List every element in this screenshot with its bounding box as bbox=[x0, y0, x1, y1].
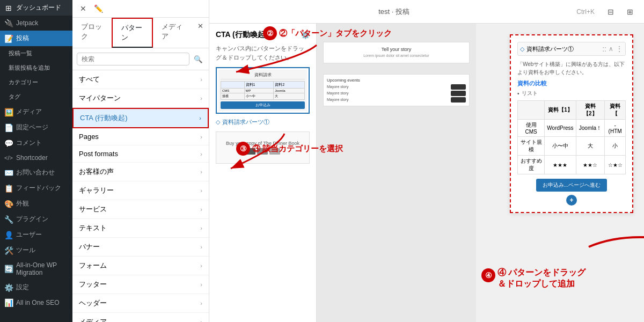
sidebar-item-plugins[interactable]: 🔧 プラグイン bbox=[0, 211, 72, 227]
section-title: 資料の比較 bbox=[517, 79, 626, 87]
cta-button[interactable]: お申込み...ページへ進む bbox=[536, 179, 607, 192]
sidebar-item-migration[interactable]: 🔄 All-in-One WP Migration bbox=[0, 258, 72, 280]
sidebar-item-tags[interactable]: タグ bbox=[0, 90, 72, 104]
comparison-table: 資料【1】 資料【2】 資料【 使用CMS WordPress Joomla！ … bbox=[517, 100, 626, 174]
annotation-step4: ④ ④ パターンをドラッグ＆ドロップして追加 bbox=[481, 267, 589, 290]
inserter-header: ✕ ✏️ bbox=[72, 0, 209, 18]
category-pages[interactable]: Pages › bbox=[72, 128, 209, 145]
contact-icon: ✉️ bbox=[4, 169, 13, 177]
sidebar-item-seo[interactable]: 📊 All in One SEO bbox=[0, 295, 72, 310]
wp-admin-sidebar: ⊞ ダッシュボード 🔌 Jetpack 📝 投稿 投稿一覧 新規投稿を追加 カテ… bbox=[0, 0, 72, 322]
list-item: • リスト bbox=[517, 90, 626, 97]
tab-media[interactable]: メディア bbox=[153, 18, 192, 48]
users-icon: 👤 bbox=[4, 231, 13, 239]
posts-icon: 📝 bbox=[4, 34, 13, 43]
step4-label: ④ パターンをドラッグ＆ドロップして追加 bbox=[497, 267, 589, 290]
preview-card-title: 資料請求パーツ① bbox=[526, 45, 574, 53]
sidebar-item-comments[interactable]: 💬 コメント bbox=[0, 135, 72, 151]
category-form[interactable]: フォーム › bbox=[72, 257, 209, 275]
arrow-to-panel bbox=[583, 225, 644, 268]
sidebar-item-settings[interactable]: ⚙️ 設定 bbox=[0, 280, 72, 295]
category-gallery[interactable]: ギャラリー › bbox=[72, 181, 209, 200]
add-button[interactable]: + bbox=[566, 195, 577, 206]
plugins-icon: 🔧 bbox=[4, 215, 13, 224]
sidebar-item-shortcoder[interactable]: </> Shortcoder bbox=[0, 151, 72, 165]
preview-thumbs-area: Tell your story Lorem ipsum dolor sit am… bbox=[317, 24, 476, 322]
jetpack-icon: 🔌 bbox=[4, 19, 13, 27]
category-customer-voice[interactable]: お客様の声 › bbox=[72, 163, 209, 181]
pattern-preview-card: ◇ 資料請求パーツ① :: ∧ ⋮ 「Webサイト構築」に興味がある方は、以下よ… bbox=[510, 34, 633, 213]
preview-thumb-events[interactable]: Upcoming events Mayore story Mayore stor… bbox=[323, 74, 470, 106]
table-row: 使用CMS WordPress Joomla！ - (HTM bbox=[518, 120, 626, 137]
sidebar-item-jetpack[interactable]: 🔌 Jetpack bbox=[0, 16, 72, 31]
category-all[interactable]: すべて › bbox=[72, 70, 209, 89]
migration-icon: 🔄 bbox=[4, 265, 13, 273]
category-services[interactable]: サービス › bbox=[72, 200, 209, 219]
preview-description: 「Webサイト構築」に興味がある方は、以下より資料をお申しください。 bbox=[517, 60, 626, 76]
media-icon: 🖼️ bbox=[4, 108, 13, 116]
category-cta[interactable]: CTA (行動喚起) › bbox=[72, 108, 209, 128]
inserter-edit-button[interactable]: ✏️ bbox=[92, 2, 105, 15]
seo-icon: 📊 bbox=[4, 298, 13, 307]
sidebar-item-new-post[interactable]: 新規投稿を追加 bbox=[0, 61, 72, 75]
keyboard-shortcut: Ctrl+K bbox=[576, 8, 595, 16]
cta-panel: CTA (行動喚起) ⚙️ キャンバス内にパターンをドラッグ＆ドロップしてくださ… bbox=[209, 24, 317, 322]
category-post-formats[interactable]: Post formats › bbox=[72, 145, 209, 163]
category-footer[interactable]: フッター › bbox=[72, 275, 209, 294]
pattern-label: ◇ 資料請求パーツ① bbox=[216, 118, 310, 126]
inserter-tab-close-button[interactable]: ✕ bbox=[192, 18, 209, 48]
table-row: サイト規模 小〜中 大 小 bbox=[518, 137, 626, 156]
tools-icon: 🛠️ bbox=[4, 246, 13, 255]
settings-icon[interactable]: ⚙️ bbox=[301, 31, 310, 39]
inserter-close-button[interactable]: ✕ bbox=[77, 2, 90, 15]
editor-title: test · 投稿 bbox=[216, 7, 572, 17]
sidebar-item-categories[interactable]: カテゴリー bbox=[0, 75, 72, 90]
comments-icon: 💬 bbox=[4, 139, 13, 148]
inserter-categories-list: すべて › マイパターン › CTA (行動喚起) › Pages › Post… bbox=[72, 70, 209, 322]
minimize-button[interactable]: ⊟ bbox=[603, 4, 618, 19]
category-my-patterns[interactable]: マイパターン › bbox=[72, 89, 209, 108]
maximize-button[interactable]: ⊞ bbox=[623, 4, 638, 19]
chevron-up-icon[interactable]: ∧ bbox=[609, 45, 613, 53]
block-inserter-panel: ✕ ✏️ ブロック パターン メディア ✕ 🔍 すべて › bbox=[72, 0, 209, 322]
tab-patterns[interactable]: パターン bbox=[112, 18, 153, 48]
fixed-page-icon: 📄 bbox=[4, 123, 13, 132]
editor-main: test · 投稿 Ctrl+K ⊟ ⊞ CTA (行動喚起) ⚙️ キャンバス… bbox=[209, 0, 644, 322]
cta-description: キャンバス内にパターンをドラッグ＆ドロップしてください。 bbox=[216, 44, 310, 62]
inserter-search-area: 🔍 bbox=[72, 48, 209, 70]
inserter-tabs: ブロック パターン メディア ✕ bbox=[72, 18, 209, 48]
sidebar-item-posts[interactable]: 📝 投稿 bbox=[0, 31, 72, 46]
feedback-icon: 📋 bbox=[4, 184, 13, 193]
editor-topbar: test · 投稿 Ctrl+K ⊟ ⊞ bbox=[209, 0, 644, 24]
sidebar-item-tools[interactable]: 🛠️ ツール bbox=[0, 243, 72, 258]
pattern-icon: ◇ bbox=[216, 119, 220, 126]
preview-thumb-story[interactable]: Tell your story Lorem ipsum dolor sit am… bbox=[323, 42, 470, 63]
cta-panel-title: CTA (行動喚起) bbox=[216, 30, 267, 40]
category-banner[interactable]: バナー › bbox=[72, 238, 209, 257]
category-text[interactable]: テキスト › bbox=[72, 219, 209, 238]
sidebar-item-dashboard[interactable]: ⊞ ダッシュボード bbox=[0, 0, 72, 16]
settings-icon: ⚙️ bbox=[4, 283, 13, 292]
shortcoder-icon: </> bbox=[4, 155, 13, 161]
selected-pattern-thumb[interactable]: 資料請求 資料1 資料2 CMS WP Joomla bbox=[216, 67, 310, 114]
category-media[interactable]: メディア › bbox=[72, 313, 209, 322]
dashboard-icon: ⊞ bbox=[4, 4, 13, 12]
sidebar-item-media[interactable]: 🖼️ メディア bbox=[0, 104, 72, 120]
sidebar-item-users[interactable]: 👤 ユーザー bbox=[0, 227, 72, 243]
step4-circle: ④ bbox=[481, 268, 495, 282]
table-row: おすすめ度 ★★★ ★★☆ ☆★☆ bbox=[518, 156, 626, 174]
search-input[interactable] bbox=[77, 53, 189, 65]
sidebar-item-appearance[interactable]: 🎨 外観 bbox=[0, 196, 72, 211]
more-options-icon[interactable]: ⋮ bbox=[616, 45, 623, 53]
sidebar-item-contact[interactable]: ✉️ お問い合わせ bbox=[0, 165, 72, 180]
right-content-area: ④ ④ パターンをドラッグ＆ドロップして追加 bbox=[476, 24, 644, 322]
tab-blocks[interactable]: ブロック bbox=[72, 18, 112, 48]
search-button[interactable]: 🔍 bbox=[192, 53, 204, 65]
appearance-icon: 🎨 bbox=[4, 200, 13, 208]
category-header[interactable]: ヘッダー › bbox=[72, 294, 209, 313]
sidebar-item-feedback[interactable]: 📋 フィードバック bbox=[0, 180, 72, 196]
drag-icon[interactable]: :: bbox=[602, 45, 606, 53]
sidebar-item-fixed-page[interactable]: 📄 固定ページ bbox=[0, 120, 72, 135]
sidebar-item-posts-list[interactable]: 投稿一覧 bbox=[0, 46, 72, 61]
pattern-thumb-2[interactable]: Buy your copy of The Dinner Book bbox=[216, 131, 310, 164]
